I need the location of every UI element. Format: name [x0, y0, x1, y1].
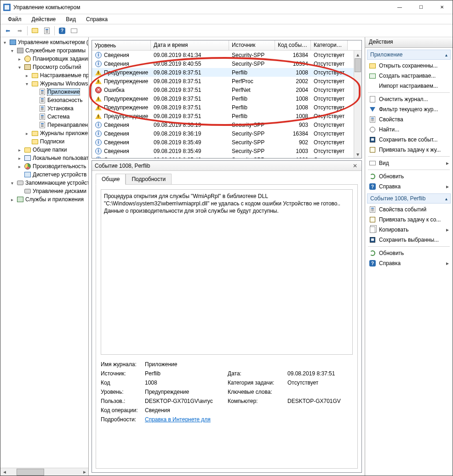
toolbar-forward[interactable]: ➡	[14, 25, 25, 36]
tree-app-logs[interactable]: ▸ Журналы приложений и служб	[23, 129, 88, 137]
expander-icon[interactable]: ▸	[23, 72, 30, 79]
action-find[interactable]: Найти...	[367, 125, 451, 135]
list-vertical-scrollbar[interactable]: ▴ ▾	[354, 51, 361, 158]
tree-log-forwarded[interactable]: Перенаправление	[30, 121, 88, 129]
action-help[interactable]: Справка ▸	[367, 181, 451, 192]
expander-icon[interactable]: ▸	[16, 155, 23, 161]
event-row[interactable]: Ошибка09.08.2019 8:37:51PerfNet2004Отсут…	[92, 85, 361, 94]
action-save-all-events[interactable]: Сохранить все событ...	[367, 135, 451, 145]
event-row[interactable]: Сведения09.08.2019 8:41:34Security-SPP16…	[92, 51, 361, 59]
event-row[interactable]: Сведения09.08.2019 8:35:49Security-SPP10…	[92, 147, 361, 155]
tab-general[interactable]: Общие	[96, 174, 126, 185]
action-event-properties[interactable]: Свойства событий	[367, 204, 451, 215]
tree-device-manager[interactable]: Диспетчер устройств	[15, 170, 88, 179]
menu-help[interactable]: Справка	[81, 15, 112, 23]
menu-view[interactable]: Вид	[61, 15, 80, 23]
action-clear-log[interactable]: Очистить журнал...	[367, 94, 451, 104]
action-copy[interactable]: Копировать ▸	[367, 225, 451, 235]
action-refresh[interactable]: Обновить	[367, 171, 451, 181]
action-save-selected[interactable]: Сохранить выбранны...	[367, 235, 451, 245]
maximize-button[interactable]: ☐	[410, 0, 431, 14]
scroll-left-icon[interactable]: ◂	[0, 468, 8, 476]
detail-close-button[interactable]: ✕	[351, 162, 359, 170]
tree-log-security[interactable]: Безопасность	[30, 96, 88, 104]
expander-icon[interactable]: ▾	[1, 39, 8, 45]
expander-icon[interactable]: ▾	[9, 47, 15, 54]
action-view[interactable]: Вид ▸	[367, 158, 451, 168]
tree-root[interactable]: ▾ Управление компьютером (локальный) ▾ С…	[0, 38, 88, 204]
collapse-icon[interactable]: ▴	[445, 196, 447, 201]
scroll-thumb[interactable]	[17, 469, 44, 476]
action-create-custom-view[interactable]: Создать настраивае...	[367, 71, 451, 81]
tree-system-tools[interactable]: ▾ Служебные программы ▸ Планировщик зада…	[8, 46, 88, 179]
tree-disk-management[interactable]: Управление дисками	[15, 187, 88, 195]
tree-shared-folders[interactable]: ▸ Общие папки	[15, 146, 88, 154]
expander-icon[interactable]: ▾	[9, 180, 15, 186]
expander-icon[interactable]: ▸	[9, 196, 15, 203]
action-import-custom-view[interactable]: Импорт настраиваем...	[367, 81, 451, 91]
event-row[interactable]: Предупреждение09.08.2019 8:37:51Perflib1…	[92, 112, 361, 120]
col-category[interactable]: Категория з...	[311, 40, 348, 50]
tree-log-setup[interactable]: Установка	[30, 104, 88, 113]
event-row[interactable]: Сведения09.08.2019 8:36:19Security-SPP16…	[92, 129, 361, 138]
tree-task-scheduler[interactable]: ▸ Планировщик заданий	[15, 55, 88, 63]
tree-performance[interactable]: ▸ Производительность	[15, 162, 88, 170]
scroll-down-icon[interactable]: ▾	[354, 150, 361, 158]
event-row[interactable]: Предупреждение09.08.2019 8:37:51Perflib1…	[92, 68, 361, 77]
toolbar-back[interactable]: ⬅	[2, 25, 13, 36]
col-datetime[interactable]: Дата и время	[151, 40, 229, 50]
tree-log-application[interactable]: Приложение	[30, 88, 88, 96]
link-online-help[interactable]: Справка в Интернете для	[145, 416, 211, 423]
tree-horizontal-scrollbar[interactable]: ◂ ▸	[0, 468, 88, 476]
tree-local-users[interactable]: ▸ Локальные пользователи	[15, 154, 88, 162]
scroll-up-icon[interactable]: ▴	[354, 51, 361, 58]
tree-event-viewer[interactable]: ▾ Просмотр событий ▸ Н	[15, 63, 88, 146]
event-row[interactable]: Предупреждение09.08.2019 8:37:51Perflib1…	[92, 94, 361, 103]
action-group-event[interactable]: Событие 1008, Perflib ▴	[367, 193, 451, 204]
tree-subscriptions[interactable]: Подписки	[23, 137, 88, 146]
col-source[interactable]: Источник	[229, 40, 275, 50]
action-event-refresh[interactable]: Обновить	[367, 248, 451, 258]
event-row[interactable]: Предупреждение09.08.2019 8:37:51Perflib1…	[92, 103, 361, 112]
event-list-body[interactable]: Сведения09.08.2019 8:41:34Security-SPP16…	[92, 51, 361, 158]
toolbar-help[interactable]	[57, 25, 68, 36]
toolbar-action-pane[interactable]	[69, 25, 80, 36]
expander-icon[interactable]: ▸	[16, 163, 23, 170]
tree-storage[interactable]: ▾ Запоминающие устройства Управление дис…	[8, 179, 88, 195]
tree-services-apps[interactable]: ▸ Службы и приложения	[8, 195, 88, 204]
toolbar-show-hide-tree[interactable]	[29, 25, 40, 36]
scroll-track[interactable]	[354, 58, 361, 150]
event-row[interactable]: Сведения09.08.2019 8:40:55Security-SPP16…	[92, 59, 361, 68]
tree-windows-logs[interactable]: ▾ Журналы Windows	[23, 79, 88, 129]
action-properties[interactable]: Свойства	[367, 114, 451, 125]
event-row[interactable]: Сведения09.08.2019 8:35:49Security-SPP90…	[92, 138, 361, 147]
event-row[interactable]: Сведения09.08.2019 8:35:40Security-SPP10…	[92, 155, 361, 158]
action-group-application[interactable]: Приложение ▴	[367, 50, 451, 60]
col-level[interactable]: Уровень	[92, 40, 151, 50]
expander-icon[interactable]: ▾	[16, 64, 23, 70]
collapse-icon[interactable]: ▴	[445, 52, 447, 57]
scroll-right-icon[interactable]: ▸	[80, 468, 88, 476]
menu-action[interactable]: Действие	[27, 15, 61, 23]
event-row[interactable]: Сведения09.08.2019 8:36:19Security-SPP90…	[92, 120, 361, 129]
toolbar-properties[interactable]	[41, 25, 52, 36]
tree-log-system[interactable]: Система	[30, 113, 88, 121]
expander-icon[interactable]: ▸	[23, 130, 30, 136]
close-button[interactable]: ✕	[431, 0, 453, 14]
cell-category: Отсутствует	[311, 139, 348, 146]
action-event-help[interactable]: Справка ▸	[367, 258, 451, 268]
col-eventid[interactable]: Код события	[275, 40, 311, 50]
expander-icon[interactable]: ▸	[16, 56, 23, 62]
action-event-attach-task[interactable]: Привязать задачу к со...	[367, 215, 451, 225]
action-filter-log[interactable]: Фильтр текущего жур...	[367, 104, 451, 114]
event-row[interactable]: Предупреждение09.08.2019 8:37:51PerfProc…	[92, 77, 361, 85]
expander-icon[interactable]: ▸	[16, 147, 23, 153]
menu-file[interactable]: Файл	[3, 15, 26, 23]
minimize-button[interactable]: —	[389, 0, 410, 14]
action-open-saved-log[interactable]: Открыть сохраненны...	[367, 61, 451, 71]
action-attach-task[interactable]: Привязать задачу к жу...	[367, 145, 451, 155]
tab-details[interactable]: Подробности	[126, 174, 172, 184]
expander-icon[interactable]: ▾	[23, 80, 30, 87]
scroll-thumb[interactable]	[355, 58, 361, 72]
tree-custom-views[interactable]: ▸ Настраиваемые представления	[23, 71, 88, 79]
